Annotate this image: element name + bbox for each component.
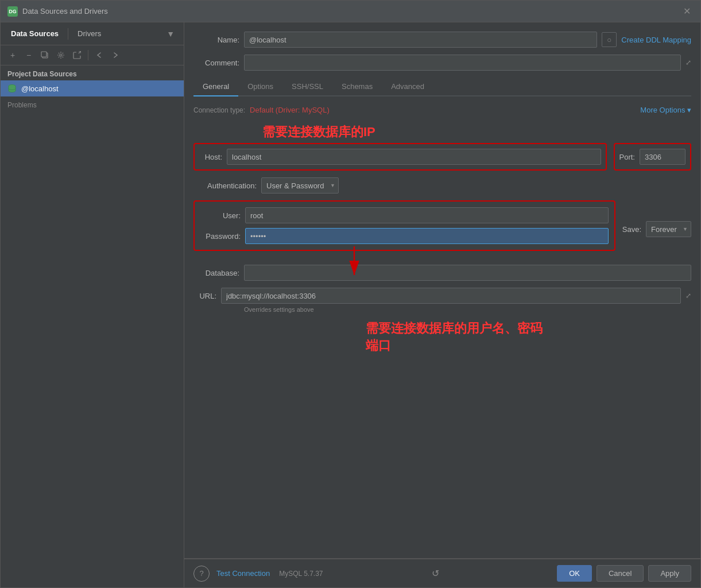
auth-row: Authentication: User & Password xyxy=(193,177,691,194)
url-note: Overrides settings above xyxy=(244,306,691,313)
host-section: Host: xyxy=(193,143,607,171)
apply-button[interactable]: Apply xyxy=(648,565,691,582)
auth-select-wrapper: User & Password xyxy=(261,177,339,194)
top-tabs: Data Sources Drivers ▼ xyxy=(1,22,184,45)
annotation-ip-text: 需要连接数据库的IP xyxy=(262,123,691,141)
expand-icon[interactable]: ▼ xyxy=(163,28,178,40)
url-expand-button[interactable]: ⤢ xyxy=(685,292,691,300)
right-panel: Name: ○ Create DDL Mapping Comment: ⤢ Ge… xyxy=(184,22,700,587)
password-label: Password: xyxy=(200,232,241,241)
comment-expand-button[interactable]: ⤢ xyxy=(685,59,691,67)
name-row: Name: ○ Create DDL Mapping xyxy=(193,32,691,48)
save-select[interactable]: Forever xyxy=(646,221,691,237)
name-label: Name: xyxy=(193,36,239,44)
main-content: Data Sources Drivers ▼ + − xyxy=(1,22,700,587)
tab-ssh-ssl[interactable]: SSH/SSL xyxy=(282,78,332,96)
port-input[interactable] xyxy=(640,149,685,165)
port-label: Port: xyxy=(619,153,635,161)
comment-row: Comment: ⤢ xyxy=(193,55,691,71)
test-connection-link[interactable]: Test Connection xyxy=(216,569,270,578)
title-bar: DG Data Sources and Drivers ✕ xyxy=(1,1,700,22)
annotation-creds-text: 需要连接数据库的用户名、密码 端口 xyxy=(366,320,691,354)
connection-type-value: Default (Driver: MySQL) xyxy=(250,106,330,114)
password-row: Password: xyxy=(200,228,609,244)
database-input[interactable] xyxy=(244,265,691,281)
connection-type-label: Connection type: xyxy=(193,106,245,114)
name-input[interactable] xyxy=(244,32,597,48)
tabs-bar: General Options SSH/SSL Schemas Advanced xyxy=(193,78,691,96)
left-toolbar: + − xyxy=(1,45,184,65)
database-icon xyxy=(7,84,17,93)
form-area: Name: ○ Create DDL Mapping Comment: ⤢ Ge… xyxy=(184,22,700,558)
tab-general[interactable]: General xyxy=(193,78,238,96)
credentials-area: User: Password: Save: Forever xyxy=(193,200,691,258)
datasource-name: @localhost xyxy=(21,84,59,93)
settings-button[interactable] xyxy=(53,48,68,63)
toolbar-separator xyxy=(88,50,88,60)
ok-button[interactable]: OK xyxy=(557,565,592,582)
database-row: Database: xyxy=(193,265,691,281)
left-panel: Data Sources Drivers ▼ + − xyxy=(1,22,184,587)
auth-select[interactable]: User & Password xyxy=(261,177,339,194)
add-button[interactable]: + xyxy=(5,48,20,63)
host-input[interactable] xyxy=(227,149,601,165)
problems-label: Problems xyxy=(7,101,37,109)
bottom-bar: ? Test Connection MySQL 5.7.37 ↺ OK Canc… xyxy=(184,559,700,587)
tab-datasources[interactable]: Data Sources xyxy=(6,27,63,40)
tab-drivers[interactable]: Drivers xyxy=(73,27,106,40)
project-data-sources-label: Project Data Sources xyxy=(1,65,184,80)
problems-section: Problems xyxy=(1,96,184,114)
host-label: Host: xyxy=(199,153,222,161)
port-box: Port: xyxy=(614,143,691,171)
password-input[interactable] xyxy=(245,228,609,244)
app-icon: DG xyxy=(7,6,18,17)
create-ddl-link[interactable]: Create DDL Mapping xyxy=(621,36,691,44)
database-label: Database: xyxy=(193,269,239,277)
window-title: Data Sources and Drivers xyxy=(22,7,680,16)
back-button[interactable] xyxy=(92,48,107,63)
url-row: URL: ⤢ xyxy=(193,288,691,304)
remove-button[interactable]: − xyxy=(21,48,36,63)
comment-input[interactable] xyxy=(244,55,681,71)
save-select-wrapper: Forever xyxy=(646,221,691,237)
help-button[interactable]: ? xyxy=(193,566,210,582)
datasource-item-localhost[interactable]: @localhost xyxy=(1,80,184,96)
driver-info: MySQL 5.7.37 xyxy=(279,570,323,578)
svg-point-2 xyxy=(60,54,62,56)
save-label: Save: xyxy=(622,225,641,234)
export-button[interactable] xyxy=(69,48,84,63)
comment-label: Comment: xyxy=(193,59,239,67)
tab-options[interactable]: Options xyxy=(238,78,282,96)
url-label: URL: xyxy=(193,292,216,300)
tab-schemas[interactable]: Schemas xyxy=(332,78,382,96)
arrows-area xyxy=(193,361,691,396)
close-button[interactable]: ✕ xyxy=(680,5,694,18)
name-expand-button[interactable]: ○ xyxy=(602,32,617,47)
refresh-button[interactable]: ↺ xyxy=(432,568,439,579)
user-label: User: xyxy=(200,211,241,220)
forward-button[interactable] xyxy=(108,48,123,63)
tab-advanced[interactable]: Advanced xyxy=(382,78,433,96)
more-options-link[interactable]: More Options ▾ xyxy=(640,106,691,114)
svg-rect-1 xyxy=(41,52,47,57)
user-row: User: xyxy=(200,207,609,223)
user-pass-section: User: Password: xyxy=(193,200,615,251)
host-port-row: Host: Port: xyxy=(193,143,691,171)
main-window: DG Data Sources and Drivers ✕ Data Sourc… xyxy=(0,0,701,588)
connection-type-row: Connection type: Default (Driver: MySQL)… xyxy=(193,106,691,114)
cancel-button[interactable]: Cancel xyxy=(597,565,644,582)
url-input[interactable] xyxy=(221,288,681,304)
auth-label: Authentication: xyxy=(193,181,257,190)
save-section: Save: Forever xyxy=(622,221,691,237)
copy-button[interactable] xyxy=(37,48,52,63)
user-input[interactable] xyxy=(245,207,609,223)
tab-divider xyxy=(68,28,68,40)
bottom-buttons: OK Cancel Apply xyxy=(557,565,691,582)
